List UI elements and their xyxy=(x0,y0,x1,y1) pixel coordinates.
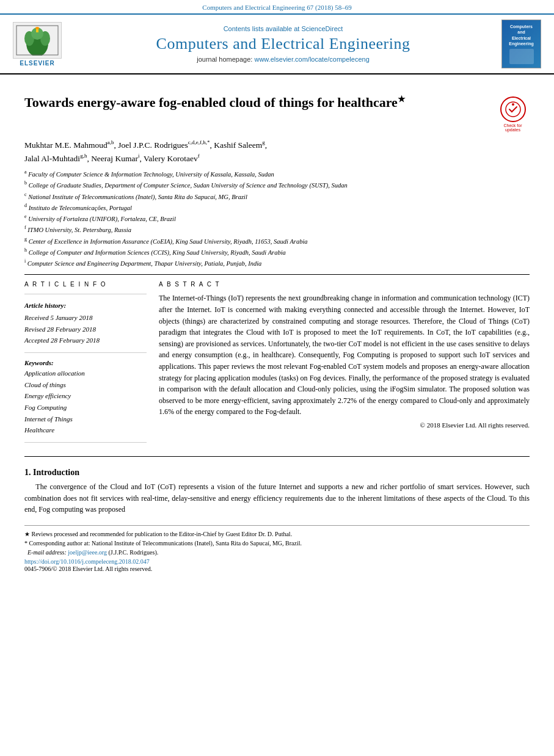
journal-title-center: Contents lists available at ScienceDirec… xyxy=(72,25,494,63)
affiliation-item: h College of Computer and Information Sc… xyxy=(24,247,530,257)
article-star: ★ xyxy=(398,95,406,104)
author5-sup: i xyxy=(138,153,140,159)
author3-name: Kashif Saleem xyxy=(214,140,262,150)
author3-sup: g xyxy=(262,139,265,145)
intro-text-content: The convergence of the Cloud and IoT (Co… xyxy=(24,482,530,514)
keywords-label: Keywords: xyxy=(24,359,147,366)
abstract-heading: A B S T R A C T xyxy=(159,281,530,288)
accepted-date: Accepted 28 February 2018 xyxy=(24,335,147,346)
keyword-item: Energy efficiency xyxy=(24,390,147,402)
svg-point-6 xyxy=(35,27,39,29)
footnote-email-line: E-mail address: joeljp@ieee.org (J.J.P.C… xyxy=(24,548,530,557)
affiliation-item: c National Institute of Telecommunicatio… xyxy=(24,191,530,202)
author1-sup: a,b xyxy=(108,139,114,145)
article-title-area: Towards energy-aware fog-enabled cloud o… xyxy=(24,94,530,132)
author5-name: Neeraj Kumar xyxy=(91,154,138,163)
author6-sup: f xyxy=(198,153,200,159)
divider-info xyxy=(24,294,147,294)
keyword-item: Cloud of things xyxy=(24,379,147,391)
affiliations: a Faculty of Computer Science & Informat… xyxy=(24,169,530,268)
svg-point-9 xyxy=(512,103,514,106)
author4-name: Jalal Al-Muhtadi xyxy=(24,154,80,163)
article-info-heading: A R T I C L E I N F O xyxy=(24,281,147,288)
footnote-star1: ★ Reviews processed and recommended for … xyxy=(24,529,530,539)
author2-name: Joel J.P.C. Rodrigues xyxy=(118,140,188,150)
article-info-col: A R T I C L E I N F O Article history: R… xyxy=(24,281,147,449)
section1-indent: The convergence of the Cloud and IoT (Co… xyxy=(24,481,530,515)
keywords-list: Application allocationCloud of thingsEne… xyxy=(24,368,147,436)
footnote-star2-text: * Corresponding author at: National Inst… xyxy=(24,540,302,547)
homepage-url[interactable]: www.elsevier.com/locate/compeleceng xyxy=(254,56,369,63)
elsevier-tree-svg xyxy=(16,25,59,56)
two-col-section: A R T I C L E I N F O Article history: R… xyxy=(24,281,530,449)
contents-line: Contents lists available at ScienceDirec… xyxy=(72,25,494,32)
affiliation-item: i Computer Science and Engineering Depar… xyxy=(24,258,530,268)
cover-thumbnail: ComputersandElectricalEngineering xyxy=(501,20,541,68)
intro-text: The convergence of the Cloud and IoT (Co… xyxy=(24,481,530,515)
main-content: Towards energy-aware fog-enabled cloud o… xyxy=(0,75,554,572)
journal-header: ELSEVIER Contents lists available at Sci… xyxy=(0,13,554,75)
affiliation-item: d Instituto de Telecomunicações, Portuga… xyxy=(24,202,530,213)
sciencedirect-link[interactable]: ScienceDirect xyxy=(301,25,343,32)
article-history: Article history: Received 5 January 2018… xyxy=(24,300,147,346)
affiliation-item: f ITMO University, St. Petersburg, Russi… xyxy=(24,224,530,234)
top-bar: Computers and Electrical Engineering 67 … xyxy=(0,0,554,13)
footnote-star2: * Corresponding author at: National Inst… xyxy=(24,539,530,548)
author4-sup: g,h xyxy=(80,153,87,159)
author6-name: Valery Korotaev xyxy=(144,154,198,163)
keyword-item: Internet of Things xyxy=(24,413,147,425)
revised-date: Revised 28 February 2018 xyxy=(24,324,147,335)
article-title-text: Towards energy-aware fog-enabled cloud o… xyxy=(24,95,398,110)
divider-thick xyxy=(24,274,530,275)
elsevier-text-label: ELSEVIER xyxy=(20,60,54,67)
cover-title-text: ComputersandElectricalEngineering xyxy=(509,24,533,46)
authors-line: Mukhtar M.E. Mahmouda,b, Joel J.P.C. Rod… xyxy=(24,138,530,165)
footnotes-area: ★ Reviews processed and recommended for … xyxy=(24,525,530,572)
abstract-text: The Internet-of-Things (IoT) represents … xyxy=(159,293,530,418)
journal-homepage: journal homepage: www.elsevier.com/locat… xyxy=(72,56,494,63)
affiliation-item: b College of Graduate Studies, Departmen… xyxy=(24,180,530,190)
check-updates-icon xyxy=(505,101,522,118)
author2-sup: c,d,e,f,h,* xyxy=(188,139,210,145)
keyword-item: Application allocation xyxy=(24,368,147,379)
elsevier-logo-image xyxy=(13,22,62,59)
abstract-col: A B S T R A C T The Internet-of-Things (… xyxy=(159,281,530,449)
keywords-section: Keywords: Application allocationCloud of… xyxy=(24,359,147,436)
footnote-email-label: E-mail address: xyxy=(27,549,67,556)
affiliation-item: g Center of Excellence in Information As… xyxy=(24,236,530,246)
check-updates-badge[interactable]: Check for updates xyxy=(496,96,530,132)
journal-citation: Computers and Electrical Engineering 67 … xyxy=(202,4,351,11)
history-label: Article history: xyxy=(24,300,147,311)
elsevier-logo: ELSEVIER xyxy=(10,22,65,67)
author1-name: Mukhtar M.E. Mahmoud xyxy=(24,140,108,150)
section1-heading: 1. Introduction xyxy=(24,468,530,478)
divider-after-abstract xyxy=(24,456,530,457)
affiliation-item: a Faculty of Computer Science & Informat… xyxy=(24,169,530,179)
footnote-doi[interactable]: https://doi.org/10.1016/j.compeleceng.20… xyxy=(24,558,530,565)
received-date: Received 5 January 2018 xyxy=(24,313,147,324)
contents-text: Contents lists available at xyxy=(224,25,300,32)
footnote-star1-text: ★ Reviews processed and recommended for … xyxy=(24,531,292,537)
check-updates-text: Check for updates xyxy=(496,123,530,132)
check-updates-circle xyxy=(500,96,526,122)
footnote-issn: 0045-7906/© 2018 Elsevier Ltd. All right… xyxy=(24,565,530,572)
journal-main-title: Computers and Electrical Engineering xyxy=(72,35,494,53)
footnote-email-suffix: (J.J.P.C. Rodrigues). xyxy=(109,549,159,556)
keyword-item: Healthcare xyxy=(24,424,147,436)
cover-decoration xyxy=(509,49,534,64)
affiliation-item: e University of Fortaleza (UNIFOR), Fort… xyxy=(24,213,530,224)
divider-keywords-end xyxy=(24,442,147,443)
journal-cover: ComputersandElectricalEngineering xyxy=(501,20,544,68)
keyword-item: Fog Computing xyxy=(24,402,147,413)
homepage-label: journal homepage: xyxy=(197,56,252,63)
footnote-email[interactable]: joeljp@ieee.org xyxy=(68,549,107,556)
divider-keywords xyxy=(24,352,147,353)
article-title: Towards energy-aware fog-enabled cloud o… xyxy=(24,94,489,112)
copyright-line: © 2018 Elsevier Ltd. All rights reserved… xyxy=(159,421,530,429)
article-title-section: Towards energy-aware fog-enabled cloud o… xyxy=(24,94,530,132)
page-wrapper: Computers and Electrical Engineering 67 … xyxy=(0,0,554,756)
